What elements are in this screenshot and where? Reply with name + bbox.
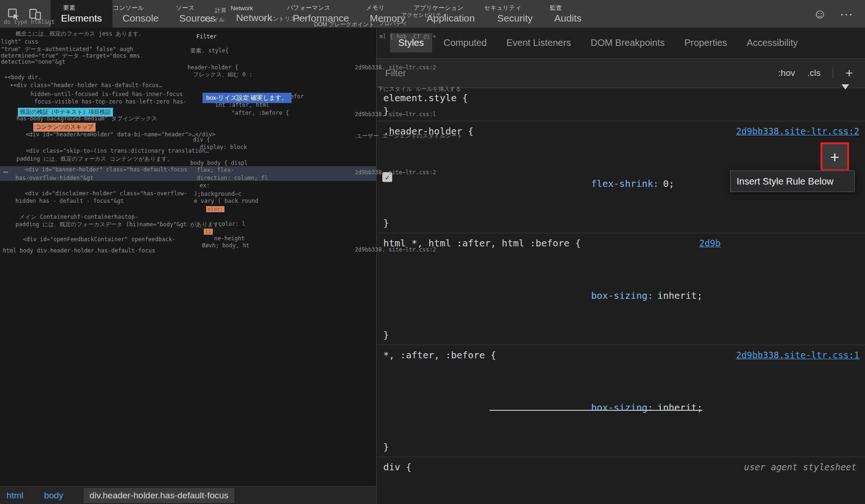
rule-header: div { user agent stylesheet [377,460,865,474]
filter-divider [833,67,833,79]
dom-tree-line[interactable]: has-body-background-medium" tabindex= "1… [0,237,376,252]
property-name: box-sizing: [591,402,653,413]
dom-tree-line[interactable]: <div id= "banner-holder" class= "has-def… [0,337,376,351]
stylesheet-link[interactable]: 2d9b [699,237,721,250]
styles-filter-input[interactable] [385,68,766,79]
dom-tree-line[interactable]: </div> [0,366,376,380]
devtools-tab[interactable]: パフォーマンス Performance [283,0,359,28]
styles-tab-label: Styles [398,37,424,48]
dom-tree-line[interactable]: <div id= "openFeedbackContainer" class= … [0,465,376,479]
new-style-rule-button[interactable]: + [845,66,853,81]
styles-tab-label: Accessibility [747,37,798,48]
dom-tree-line[interactable]: <div id= "disclaimer-holder" class= "has… [0,380,376,394]
dom-breadcrumb-bar: html body div.header-holder.has-default-… [0,486,376,504]
dom-tree-line[interactable]: ▸ <div class= "mainContainer uhf-contain… [0,422,376,437]
styles-tab-label: Computed [443,37,486,48]
dom-tree-line[interactable]: ▸ <div class= "content-header uhf-contai… [0,295,376,309]
rule-selector[interactable]: html *, html :after, html :before { [383,237,699,250]
css-declaration[interactable]: ✓ box-sizing:▶inherit; [377,250,865,328]
tab-label-en: Sources [179,13,216,24]
tab-label-en: Memory [370,13,405,24]
dom-tree-line[interactable]: …holder has-default-focus" > == $0 [0,166,376,180]
dom-tree-line[interactable]: has-overflow-hidden" > [0,351,376,365]
devtools-tab[interactable]: 要素 Elements [51,0,112,28]
dom-tree-line[interactable]: conceptual has-default-focus js visible … [0,67,376,81]
dom-tree-line[interactable]: -focused is-fixed has-inner-focus [0,195,376,209]
devtools-tab[interactable]: コンソール Console [112,0,169,28]
dom-tree-line[interactable]: ▸ <div id= "headerAreaHolder" data-bi-na… [0,266,376,280]
stylesheet-link[interactable]: 2d9bb338.site-ltr.css:1 [736,348,859,362]
rule-header: .header-holder { 2d9bb338.site-ltr.css:2 [377,125,865,138]
dom-tree-line[interactable]: hidden has-default-focus" ></div> [0,394,376,408]
dom-tree-line[interactable]: ▸ <head> … </head> [0,138,376,152]
devtools-tab[interactable]: 監査 Audits [544,0,592,28]
dom-tree-line[interactable]: <a href= "#main" class= "s -li [0,181,376,195]
tab-label-jp: 監査 [550,4,562,12]
dom-tree-line[interactable]: main content </a> [0,252,376,266]
tab-label-en: Network [236,12,272,23]
annotation-red-box: + [820,142,849,171]
device-toolbar-icon[interactable] [28,7,42,21]
style-rule: div { user agent stylesheet ✓ display:▶b… [377,457,865,504]
style-rule: html *, html :after, html :before { 2d9b… [377,233,865,345]
rule-closing-brace: } [377,104,865,118]
rule-selector[interactable]: .header-holder { [383,125,736,138]
dom-tree-line[interactable]: header" > … </div> [0,323,376,337]
dom-tree-line[interactable]: ass=" hasSidebar hasPageActions hasBread… [0,52,376,67]
css-declaration[interactable]: ✓ box-sizing:▶inherit; [377,362,865,440]
rule-closing-brace: } [377,440,865,453]
rule-selector[interactable]: *, :after, :before { [383,348,736,362]
dom-tree-line[interactable]: </div> [0,280,376,294]
dom-tree-line[interactable]: </div> [0,451,376,465]
styles-panel-tab[interactable]: Properties [676,33,735,52]
styles-panel-tab[interactable]: Computed [435,33,495,52]
dom-tree-line[interactable]: padding has-default-focus" data-bi-name=… [0,309,376,323]
dom-tree-line[interactable]: padding has-default-focus" data-bi-name=… [0,437,376,451]
breadcrumb-item[interactable]: div.header-holder.has-default-focus [84,488,234,503]
breadcrumb-item[interactable]: body [44,490,63,501]
dom-tree-line[interactable]: …" dir= "ltr" > [0,152,376,166]
inspect-element-icon[interactable] [7,7,21,21]
dom-tree-line[interactable]: "tr ue" "false" …th-status- [0,95,376,109]
toggle-element-classes-button[interactable]: .cls [807,68,821,78]
property-value: inherit; [657,402,702,413]
rule-header: html *, html :after, html :before { 2d9b [377,237,865,250]
rule-selector[interactable]: element.style { [383,91,859,104]
devtools-tab[interactable]: アプリケーション Application [416,0,486,28]
more-menu-icon[interactable]: ··· [840,7,853,21]
breadcrumb-item[interactable]: html [7,490,23,501]
property-name: flex-shrink: [591,178,659,189]
tab-label-jp: アプリケーション [414,4,463,12]
styles-tab-strip: Styles Computed Event Listeners DOM Brea… [377,28,865,59]
declaration-checkbox[interactable]: ✓ [382,172,392,182]
declaration-list: ✓ box-sizing:▶inherit; [377,362,865,440]
styles-tab-label: Properties [684,37,727,48]
styles-filter-row: :hov .cls + [377,59,865,88]
styles-panel-tab[interactable]: DOM Breakpoints [582,33,673,52]
styles-panel-tab[interactable]: Event Listeners [498,33,580,52]
dom-tree-line[interactable]: light" …" dir= "ltr" data-css-variable-s… [0,81,376,95]
tab-label-jp: セキュリティ [484,4,522,12]
styles-panel-tab[interactable]: Accessibility [738,33,806,52]
devtools-tab[interactable]: ソース Sources [169,0,226,28]
dom-tree-line[interactable]: focus-v isible has-top-zero has-left-zer… [0,209,376,223]
devtools-tab[interactable]: セキュリティ Security [486,0,544,28]
insert-style-rule-button[interactable]: + [830,149,840,165]
dom-tree-line[interactable]: det get= "docs ms-format- [0,110,376,124]
tab-label-en: Application [426,13,475,24]
styles-panel-tab[interactable]: Styles [390,33,432,52]
tab-label-en: Console [123,13,159,24]
dom-tree-line[interactable]: det ection =" none [0,124,376,138]
devtools-tab[interactable]: メモリ Memory [359,0,416,28]
dom-tree-line[interactable]: </div> [0,408,376,422]
feedback-smiley-icon[interactable]: ☺ [813,7,827,21]
tab-label-jp: 要素 [63,4,75,12]
toggle-hover-state-button[interactable]: :hov [778,68,795,78]
css-declaration[interactable]: ✓ display:▶block; [377,474,865,504]
stylesheet-link[interactable]: 2d9bb338.site-ltr.css:2 [736,125,859,138]
toolbar-right-icons: ☺ ··· [813,0,865,28]
devtools-tab[interactable]: Network Network [226,0,283,28]
devtools-tab-strip: 要素 Elements コンソール Console ソース Sources Ne… [51,0,592,28]
rule-selector[interactable]: div { [383,460,744,474]
dom-tree-line[interactable]: right-zero has-padding-m edium -text-cen… [0,223,376,237]
